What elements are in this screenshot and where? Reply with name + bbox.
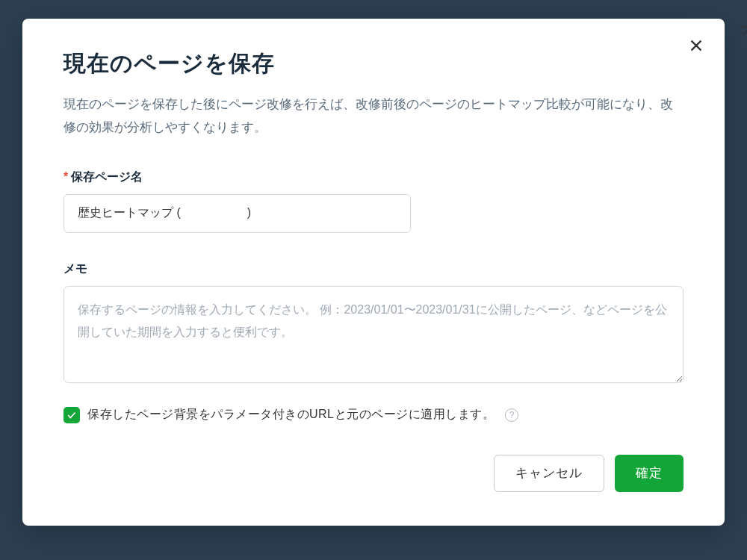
save-page-modal: 現在のページを保存 現在のページを保存した後にページ改修を行えば、改修前後のペー… (22, 19, 725, 526)
help-icon[interactable]: ? (505, 408, 518, 422)
memo-field-group: メモ (63, 261, 684, 386)
required-indicator: * (63, 170, 68, 183)
background-fragment: プ (740, 22, 747, 38)
cancel-button[interactable]: キャンセル (494, 455, 604, 492)
page-name-label-text: 保存ページ名 (71, 170, 143, 183)
modal-description: 現在のページを保存した後にページ改修を行えば、改修前後のページのヒートマップ比較… (63, 93, 684, 140)
apply-checkbox-row: 保存したページ背景をパラメータ付きのURLと元のページに適用します。 ? (63, 407, 684, 423)
close-button[interactable] (684, 34, 708, 57)
modal-title: 現在のページを保存 (63, 49, 684, 79)
page-name-input[interactable] (63, 194, 411, 233)
check-icon (66, 410, 77, 420)
modal-footer-buttons: キャンセル 確定 (63, 455, 684, 492)
memo-label: メモ (63, 261, 684, 277)
apply-checkbox[interactable] (63, 407, 80, 423)
close-icon (688, 37, 704, 54)
page-name-label: *保存ページ名 (63, 169, 684, 185)
modal-overlay: プ 現在のページを保存 現在のページを保存した後にページ改修を行えば、改修前後の… (0, 0, 747, 560)
page-name-field-group: *保存ページ名 (63, 169, 684, 233)
memo-textarea[interactable] (63, 286, 684, 383)
apply-checkbox-label: 保存したページ背景をパラメータ付きのURLと元のページに適用します。 (87, 407, 495, 423)
confirm-button[interactable]: 確定 (615, 455, 684, 492)
